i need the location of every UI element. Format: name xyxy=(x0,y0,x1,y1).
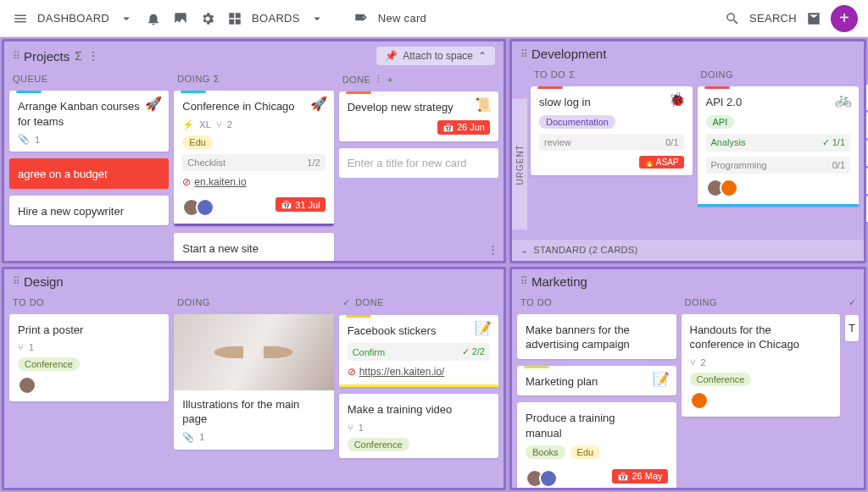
lane-doing: DOING Handouts for the conference in Chi… xyxy=(682,294,841,484)
attachment-icon: 📎 xyxy=(182,432,194,443)
board-projects: ⠿ Projects Σ ⋮ 📌 Attach to space ⌃ QUEUE… xyxy=(2,39,506,263)
card[interactable]: 🚀 Arrange Kanban courses for teams 📎1 xyxy=(9,91,169,152)
tag: API xyxy=(706,115,735,129)
bug-icon: 🐞 xyxy=(669,91,686,108)
more-icon[interactable]: ⋮ xyxy=(487,243,498,256)
card[interactable]: Handouts for the conference in Chicago ⑂… xyxy=(682,314,841,417)
lane-extra: ✓ T xyxy=(845,294,859,484)
lane-header: QUEUE xyxy=(9,70,169,91)
attach-to-space[interactable]: 📌 Attach to space ⌃ xyxy=(376,47,495,65)
drag-handle-icon[interactable]: ⠿ xyxy=(520,275,526,287)
more-icon[interactable]: ⋮ xyxy=(374,74,384,85)
lane-todo: TO DO Print a poster ⑂1 Conference xyxy=(9,294,169,484)
tag: Conference xyxy=(18,357,80,371)
card[interactable]: Print a poster ⑂1 Conference xyxy=(9,314,169,402)
avatars xyxy=(182,198,214,217)
card[interactable]: Produce a training manual Books Edu 📅 26… xyxy=(517,402,676,488)
tag: Documentation xyxy=(539,115,615,129)
add-icon[interactable]: + xyxy=(387,75,393,85)
lane-done: DONE ⋮ + 📜 Develop new strategy 📅 26 Jun… xyxy=(339,70,498,256)
chevron-up-icon: ⌃ xyxy=(478,50,487,62)
mail-icon[interactable] xyxy=(804,8,824,29)
card[interactable]: 🚀 Conference in Chicago ⚡XL ⑂2 Edu Check… xyxy=(174,91,333,226)
tag: Edu xyxy=(570,445,601,459)
card[interactable]: T xyxy=(845,315,859,341)
due-date: 📅 26 Jun xyxy=(437,120,490,135)
avatars xyxy=(706,179,851,197)
checklist-row[interactable]: review0/1 xyxy=(539,134,684,151)
sigma-icon[interactable]: Σ xyxy=(75,49,82,63)
lane-done: ✓DONE 📝 Facebook stickers Confirm✓ 2/2 ⊘… xyxy=(339,294,498,484)
checklist-row[interactable]: Checklist1/2 xyxy=(182,154,325,171)
members-icon: ⑂ xyxy=(348,423,353,433)
lane-todo: TO DO Σ 🐞 slow log in Documentation revi… xyxy=(531,66,693,234)
scroll-icon: 📜 xyxy=(475,97,492,113)
blocked-icon: ⊘ xyxy=(182,176,191,188)
card[interactable]: 🐞 slow log in Documentation review0/1 🔥 … xyxy=(531,86,693,175)
new-card-button[interactable]: New card xyxy=(378,12,426,25)
dashboard-dropdown[interactable]: DASHBOARD xyxy=(37,12,109,25)
lane-doing: DOING Illustrations for the main page 📎1 xyxy=(174,294,333,484)
menu-icon[interactable] xyxy=(10,8,31,29)
chevron-down-icon[interactable] xyxy=(116,8,136,29)
members-icon: ⑂ xyxy=(216,119,222,130)
checklist-row[interactable]: Analysis✓ 1/1 xyxy=(706,134,851,152)
card-blocked[interactable]: agree on a budget xyxy=(9,158,169,189)
checklist-row[interactable]: Programming0/1 xyxy=(706,157,851,174)
tag: Conference xyxy=(348,438,409,451)
image-icon[interactable] xyxy=(170,8,191,29)
bike-icon: 🚲 xyxy=(835,91,852,108)
boards-dropdown[interactable]: BOARDS xyxy=(252,12,300,25)
card-link[interactable]: https://en.kaiten.io/ xyxy=(359,366,445,378)
board-marketing: ⠿ Marketing TO DO Make banners for the a… xyxy=(509,267,866,491)
card[interactable]: 📝 Marketing plan xyxy=(517,366,676,396)
new-card-icon[interactable] xyxy=(351,8,371,29)
lane-doing: DOING 🚲 API 2.0 API Analysis✓ 1/1 Progra… xyxy=(698,66,860,234)
new-card-input[interactable]: Enter a title for new card xyxy=(339,148,498,178)
size-icon: ⚡ xyxy=(182,119,194,130)
card[interactable]: Start a new site xyxy=(174,233,333,261)
avatars xyxy=(18,376,160,395)
tag: Edu xyxy=(182,135,213,149)
boards-icon[interactable] xyxy=(225,8,245,29)
drag-handle-icon[interactable]: ⠿ xyxy=(13,50,19,62)
add-button[interactable]: + xyxy=(831,5,858,32)
card[interactable]: 📜 Develop new strategy 📅 26 Jun xyxy=(339,91,498,141)
sigma-icon[interactable]: Σ xyxy=(214,74,220,84)
gear-icon[interactable] xyxy=(198,8,218,29)
card[interactable]: Make a training video ⑂1 Conference xyxy=(339,394,498,458)
swimlane-standard[interactable]: ⌄STANDARD (2 CARDS) xyxy=(512,239,864,261)
blocked-icon: ⊘ xyxy=(348,366,356,378)
card[interactable]: Illustrations for the main page 📎1 xyxy=(174,314,333,450)
tag: Conference xyxy=(690,373,752,386)
members-icon: ⑂ xyxy=(690,357,696,368)
search-icon[interactable] xyxy=(722,8,743,29)
card-link[interactable]: en.kaiten.io xyxy=(194,176,246,188)
bell-icon[interactable] xyxy=(143,8,164,29)
drag-handle-icon[interactable]: ⠿ xyxy=(13,275,19,287)
checklist-row[interactable]: Confirm✓ 2/2 xyxy=(348,343,490,361)
drag-handle-icon[interactable]: ⠿ xyxy=(520,48,526,60)
search-label[interactable]: SEARCH xyxy=(749,12,797,25)
more-icon[interactable]: ⋮ xyxy=(87,49,99,63)
card[interactable]: Make banners for the advertising campaig… xyxy=(517,314,676,359)
chevron-down-icon[interactable] xyxy=(307,8,327,29)
card-image xyxy=(174,314,333,390)
lane-todo: TO DO Make banners for the advertising c… xyxy=(517,294,676,484)
card[interactable]: 🚲 API 2.0 API Analysis✓ 1/1 Programming0… xyxy=(698,86,860,207)
board-title: Development xyxy=(531,47,606,61)
pin-icon: 📌 xyxy=(385,50,398,62)
asap-badge: 🔥 ASAP xyxy=(639,156,684,169)
due-date: 📅 26 May xyxy=(612,469,667,484)
rocket-icon: 🚀 xyxy=(310,96,327,112)
card[interactable]: Hire a new copywriter xyxy=(9,196,169,226)
lane-doing: DOING Σ 🚀 Conference in Chicago ⚡XL ⑂2 E… xyxy=(174,70,333,256)
check-icon: ✓ xyxy=(342,297,351,308)
card[interactable]: 📝 Facebook stickers Confirm✓ 2/2 ⊘https:… xyxy=(339,315,498,388)
board-title: Marketing xyxy=(531,274,587,289)
sigma-icon[interactable]: Σ xyxy=(569,69,575,80)
check-icon: ✓ xyxy=(849,297,857,308)
swimlane-urgent[interactable]: URGENT xyxy=(512,99,527,230)
members-icon: ⑂ xyxy=(18,342,24,352)
topbar: DASHBOARD BOARDS New card SEARCH + xyxy=(0,0,868,37)
